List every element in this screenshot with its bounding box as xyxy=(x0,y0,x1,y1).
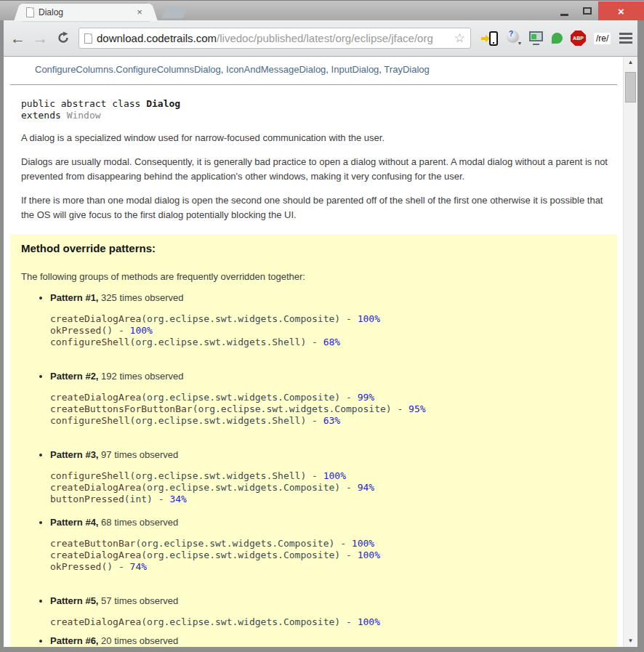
bookmark-star-icon[interactable]: ☆ xyxy=(454,32,465,44)
question-mark-icon: ? xyxy=(509,30,513,38)
method-percent-link[interactable]: 95% xyxy=(408,403,425,414)
method-name: createDialogArea xyxy=(50,313,141,324)
new-tab-button[interactable] xyxy=(161,7,188,18)
pattern-item: Pattern #2, 192 times observed createDia… xyxy=(50,371,606,427)
pattern-methods: configureShell(org.eclipse.swt.widgets.S… xyxy=(50,470,606,505)
section-intro: The following groups of methods are freq… xyxy=(21,271,606,282)
method-args: (int) - xyxy=(124,494,170,504)
method-percent-link[interactable]: 100% xyxy=(358,550,380,560)
url-path: /livedoc/published/latest/org/eclipse/jf… xyxy=(217,32,433,44)
method-percent-link[interactable]: 34% xyxy=(169,494,186,504)
back-button[interactable]: ← xyxy=(8,28,28,48)
method-override-section: Method override patterns: The following … xyxy=(10,235,617,647)
vertical-scrollbar[interactable]: ▲ ▼ xyxy=(623,57,637,647)
speech-balloon-extension-icon[interactable] xyxy=(552,33,563,44)
extends-keyword: extends xyxy=(21,110,67,121)
titlebar: Dialog × × xyxy=(0,0,644,20)
method-line: createButtonBar(org.eclipse.swt.widgets.… xyxy=(50,538,606,550)
pattern-observed: 20 times observed xyxy=(98,635,178,646)
method-percent-link[interactable]: 68% xyxy=(323,337,340,347)
maximize-button[interactable] xyxy=(576,1,598,20)
method-percent-link[interactable]: 100% xyxy=(358,313,380,324)
remote-desktop-extension-icon[interactable] xyxy=(529,31,544,46)
method-line: configureShell(org.eclipse.swt.widgets.S… xyxy=(50,415,606,427)
method-line: configureShell(org.eclipse.swt.widgets.S… xyxy=(50,470,606,482)
forward-button[interactable]: → xyxy=(31,28,50,48)
scroll-down-arrow-icon[interactable]: ▼ xyxy=(624,635,637,647)
paragraph: A dialog is a specialized window used fo… xyxy=(21,131,616,145)
help-sphere-extension-icon[interactable]: ? ▾ xyxy=(507,31,521,47)
tab-close-icon[interactable]: × xyxy=(134,7,145,18)
close-button[interactable]: × xyxy=(598,1,644,20)
tab-dialog[interactable]: Dialog × xyxy=(22,4,150,21)
subclass-link[interactable]: IconAndMessageDialog xyxy=(226,64,326,75)
send-to-phone-icon[interactable] xyxy=(481,31,499,47)
method-args: (org.eclipse.swt.widgets.Shell) - xyxy=(130,470,323,481)
method-line: configureShell(org.eclipse.swt.widgets.S… xyxy=(50,337,606,348)
method-args: (org.eclipse.swt.widgets.Composite) - xyxy=(135,538,351,549)
method-name: configureShell xyxy=(50,470,130,481)
pattern-methods: createDialogArea(org.eclipse.swt.widgets… xyxy=(50,392,606,427)
adblock-plus-icon[interactable]: ABP xyxy=(571,31,586,46)
pattern-methods: createButtonBar(org.eclipse.swt.widgets.… xyxy=(50,538,606,573)
method-percent-link[interactable]: 100% xyxy=(358,616,380,627)
subclass-link[interactable]: ConfigureColumns.ConfigureColumnsDialog xyxy=(35,64,221,75)
regex-extension-icon[interactable]: /re/ xyxy=(594,33,611,44)
method-percent-link[interactable]: 74% xyxy=(130,561,147,572)
subclass-link[interactable]: TrayDialog xyxy=(384,64,429,75)
method-percent-link[interactable]: 99% xyxy=(358,392,374,403)
monitor-stand-icon xyxy=(533,44,539,45)
method-name: createDialogArea xyxy=(50,550,141,560)
pattern-label: Pattern #5, xyxy=(50,595,98,606)
scrollbar-thumb[interactable] xyxy=(625,72,636,102)
phone-icon xyxy=(489,31,498,46)
menu-hamburger-icon[interactable] xyxy=(619,33,632,44)
site-page-icon xyxy=(84,33,92,44)
method-percent-link[interactable]: 94% xyxy=(358,482,374,493)
scroll-up-arrow-icon[interactable]: ▲ xyxy=(624,57,637,68)
minimize-button[interactable] xyxy=(553,1,576,20)
method-args: (org.eclipse.swt.widgets.Shell) - xyxy=(130,337,323,347)
pattern-item: Pattern #6, 20 times observed xyxy=(50,635,606,646)
superclass-link[interactable]: Window xyxy=(67,110,101,121)
decl-modifiers: public abstract class xyxy=(21,98,146,109)
method-name: buttonPressed xyxy=(50,494,124,504)
pattern-label: Pattern #6, xyxy=(50,635,98,646)
url-host: download.codetrails.com xyxy=(97,32,217,44)
pattern-label: Pattern #2, xyxy=(50,371,98,382)
method-percent-link[interactable]: 63% xyxy=(323,415,340,426)
method-args: (org.eclipse.swt.widgets.Composite) - xyxy=(141,616,357,627)
method-args: () - xyxy=(101,325,129,336)
extension-row: ? ▾ ABP /re/ xyxy=(481,31,611,47)
pattern-item: Pattern #4, 68 times observed createButt… xyxy=(50,517,606,573)
url-text[interactable]: download.codetrails.com/livedoc/publishe… xyxy=(97,32,433,44)
window-controls: × xyxy=(553,1,644,20)
pattern-item: Pattern #1, 325 times observed createDia… xyxy=(50,292,606,348)
browser-toolbar: ← → download.codetrails.com/livedoc/publ… xyxy=(4,20,637,57)
method-percent-link[interactable]: 100% xyxy=(323,470,346,481)
method-name: createDialogArea xyxy=(50,616,141,627)
method-percent-link[interactable]: 100% xyxy=(352,538,374,549)
address-bar[interactable]: download.codetrails.com/livedoc/publishe… xyxy=(79,28,471,49)
page-favicon-icon xyxy=(26,7,34,17)
class-declaration: public abstract class Dialogextends Wind… xyxy=(21,98,617,121)
method-name: configureShell xyxy=(50,415,130,426)
method-line: buttonPressed(int) - 34% xyxy=(50,494,606,505)
subclasses-line: ConfigureColumns.ConfigureColumnsDialog,… xyxy=(35,63,617,77)
pattern-item: Pattern #3, 97 times observed configureS… xyxy=(50,449,606,505)
method-line: okPressed() - 100% xyxy=(50,325,606,337)
method-line: createDialogArea(org.eclipse.swt.widgets… xyxy=(50,392,606,403)
pattern-label: Pattern #4, xyxy=(50,517,98,528)
subclass-link[interactable]: InputDialog xyxy=(331,64,379,75)
pattern-observed: 192 times observed xyxy=(98,371,183,382)
method-args: () - xyxy=(101,561,129,572)
section-title: Method override patterns: xyxy=(21,242,606,254)
maximize-icon xyxy=(583,7,592,15)
method-percent-link[interactable]: 100% xyxy=(130,325,153,336)
pattern-observed: 57 times observed xyxy=(98,595,178,606)
method-line: createButtonsForButtonBar(org.eclipse.sw… xyxy=(50,403,606,415)
method-name: createDialogArea xyxy=(50,392,141,403)
reload-button[interactable] xyxy=(53,28,73,49)
method-line: createDialogArea(org.eclipse.swt.widgets… xyxy=(50,482,606,494)
method-name: createDialogArea xyxy=(50,482,141,493)
